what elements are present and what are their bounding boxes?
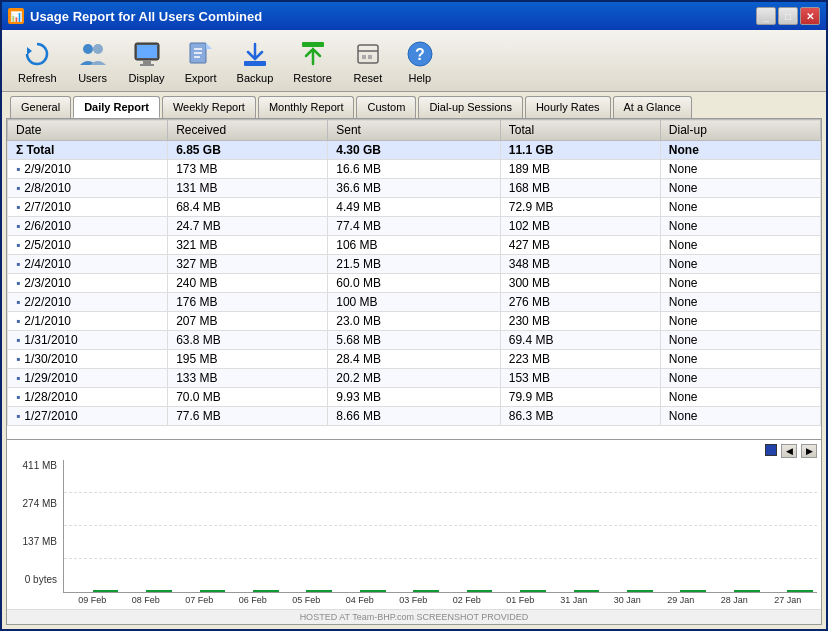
bar-group	[68, 590, 118, 592]
help-label: Help	[409, 72, 432, 84]
backup-icon	[239, 38, 271, 70]
cell-dialup: None	[660, 255, 820, 274]
svg-rect-13	[302, 42, 324, 47]
table-row[interactable]: ▪2/2/2010176 MB100 MB276 MBNone	[8, 293, 821, 312]
table-row[interactable]: ▪2/6/201024.7 MB77.4 MB102 MBNone	[8, 217, 821, 236]
x-label: 02 Feb	[442, 595, 493, 605]
table-row[interactable]: ▪2/9/2010173 MB16.6 MB189 MBNone	[8, 160, 821, 179]
svg-rect-6	[140, 64, 154, 66]
export-icon	[185, 38, 217, 70]
table-row[interactable]: ▪1/27/201077.6 MB8.66 MB86.3 MBNone	[8, 407, 821, 426]
cell-date: ▪2/4/2010	[8, 255, 168, 274]
refresh-button[interactable]: Refresh	[10, 34, 65, 88]
users-icon	[77, 38, 109, 70]
table-row[interactable]: ▪2/8/2010131 MB36.6 MB168 MBNone	[8, 179, 821, 198]
tab-custom[interactable]: Custom	[356, 96, 416, 118]
chart-header: ◀ ▶	[11, 444, 817, 458]
table-scroll[interactable]: Date Received Sent Total Dial-up Σ Total…	[7, 119, 821, 439]
help-button[interactable]: ? Help	[396, 34, 444, 88]
refresh-icon	[21, 38, 53, 70]
svg-point-2	[93, 44, 103, 54]
svg-point-1	[83, 44, 93, 54]
tab-monthly[interactable]: Monthly Report	[258, 96, 355, 118]
backup-button[interactable]: Backup	[229, 34, 282, 88]
cell-dialup: None	[660, 312, 820, 331]
cell-date: ▪2/3/2010	[8, 274, 168, 293]
tab-dialup[interactable]: Dial-up Sessions	[418, 96, 523, 118]
bar-group	[549, 590, 599, 592]
bar-group	[656, 590, 706, 592]
reset-button[interactable]: Reset	[344, 34, 392, 88]
cell-date: ▪1/27/2010	[8, 407, 168, 426]
display-button[interactable]: Display	[121, 34, 173, 88]
cell-received: 77.6 MB	[168, 407, 328, 426]
x-label: 09 Feb	[67, 595, 118, 605]
table-row[interactable]: ▪2/5/2010321 MB106 MB427 MBNone	[8, 236, 821, 255]
table-row[interactable]: ▪2/4/2010327 MB21.5 MB348 MBNone	[8, 255, 821, 274]
table-row[interactable]: ▪1/30/2010195 MB28.4 MB223 MBNone	[8, 350, 821, 369]
table-row[interactable]: ▪2/3/2010240 MB60.0 MB300 MBNone	[8, 274, 821, 293]
tab-hourly[interactable]: Hourly Rates	[525, 96, 611, 118]
svg-rect-17	[368, 55, 372, 59]
cell-total: 348 MB	[500, 255, 660, 274]
bar-sent	[680, 590, 706, 592]
chart-next-button[interactable]: ▶	[801, 444, 817, 458]
cell-sent: 77.4 MB	[328, 217, 500, 236]
bar-group	[121, 590, 171, 592]
cell-received: 24.7 MB	[168, 217, 328, 236]
users-button[interactable]: Users	[69, 34, 117, 88]
cell-dialup: None	[660, 160, 820, 179]
bar-sent	[413, 590, 439, 592]
cell-date: ▪2/5/2010	[8, 236, 168, 255]
table-row[interactable]: ▪2/7/201068.4 MB4.49 MB72.9 MBNone	[8, 198, 821, 217]
minimize-button[interactable]: _	[756, 7, 776, 25]
cell-sent: 60.0 MB	[328, 274, 500, 293]
y-label-top: 411 MB	[23, 460, 57, 471]
tab-general[interactable]: General	[10, 96, 71, 118]
export-button[interactable]: Export	[177, 34, 225, 88]
y-label-mid1: 274 MB	[23, 498, 57, 509]
cell-dialup: None	[660, 407, 820, 426]
bar-sent	[306, 590, 332, 592]
restore-button[interactable]: Restore	[285, 34, 340, 88]
close-button[interactable]: ✕	[800, 7, 820, 25]
y-label-bottom: 0 bytes	[25, 574, 57, 585]
cell-received: 63.8 MB	[168, 331, 328, 350]
table-row[interactable]: ▪2/1/2010207 MB23.0 MB230 MBNone	[8, 312, 821, 331]
maximize-button[interactable]: □	[778, 7, 798, 25]
table-row[interactable]: ▪1/29/2010133 MB20.2 MB153 MBNone	[8, 369, 821, 388]
cell-total: 189 MB	[500, 160, 660, 179]
x-label: 03 Feb	[388, 595, 439, 605]
cell-total: 72.9 MB	[500, 198, 660, 217]
y-label-mid2: 137 MB	[23, 536, 57, 547]
chart-prev-button[interactable]: ◀	[781, 444, 797, 458]
cell-dialup: None	[660, 274, 820, 293]
tab-glance[interactable]: At a Glance	[613, 96, 692, 118]
toolbar: Refresh Users	[2, 30, 826, 92]
table-row[interactable]: ▪1/28/201070.0 MB9.93 MB79.9 MBNone	[8, 388, 821, 407]
x-label: 28 Jan	[709, 595, 760, 605]
bar-sent	[574, 590, 600, 592]
x-label: 04 Feb	[335, 595, 386, 605]
chart-bars-container	[63, 460, 817, 593]
cell-received: 6.85 GB	[168, 141, 328, 160]
title-controls: _ □ ✕	[756, 7, 820, 25]
tab-daily[interactable]: Daily Report	[73, 96, 160, 118]
svg-rect-14	[358, 45, 378, 63]
bar-sent	[146, 590, 172, 592]
bar-group	[175, 590, 225, 592]
cell-received: 173 MB	[168, 160, 328, 179]
bar-sent	[734, 590, 760, 592]
bar-group	[442, 590, 492, 592]
tab-weekly[interactable]: Weekly Report	[162, 96, 256, 118]
cell-sent: 4.30 GB	[328, 141, 500, 160]
table-row[interactable]: Σ Total6.85 GB4.30 GB11.1 GBNone	[8, 141, 821, 160]
cell-total: 223 MB	[500, 350, 660, 369]
svg-marker-0	[27, 47, 32, 55]
bar-sent	[520, 590, 546, 592]
x-label: 06 Feb	[228, 595, 279, 605]
users-label: Users	[78, 72, 107, 84]
cell-date: Σ Total	[8, 141, 168, 160]
table-row[interactable]: ▪1/31/201063.8 MB5.68 MB69.4 MBNone	[8, 331, 821, 350]
bar-group	[495, 590, 545, 592]
